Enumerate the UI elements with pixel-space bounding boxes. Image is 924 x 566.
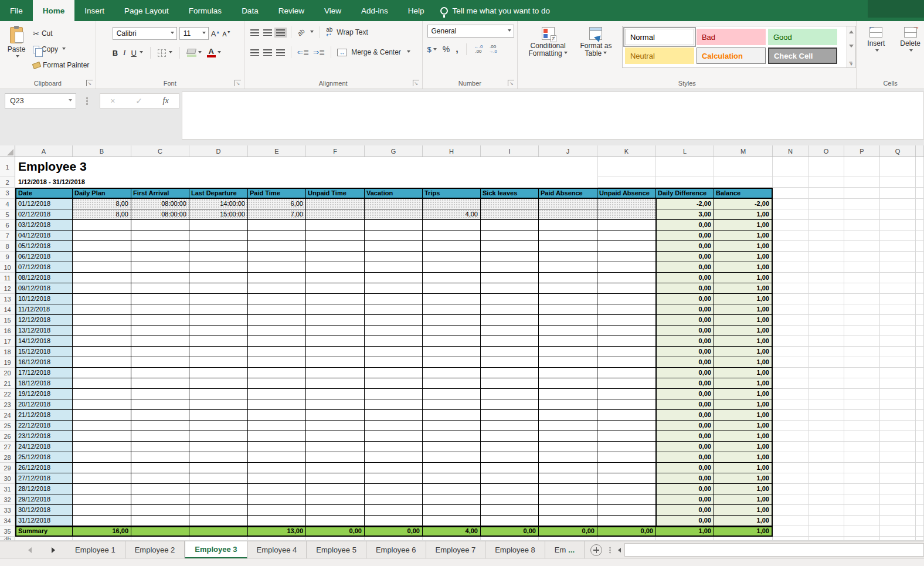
cell-N19[interactable] bbox=[773, 357, 808, 368]
menu-tab-page-layout[interactable]: Page Layout bbox=[114, 0, 179, 21]
style-bad[interactable]: Bad bbox=[697, 29, 766, 45]
cell-P10[interactable] bbox=[844, 262, 880, 273]
row-header-10[interactable]: 10 bbox=[0, 262, 15, 273]
cell-Q21[interactable] bbox=[880, 378, 916, 389]
cell-C19[interactable] bbox=[131, 357, 189, 368]
cell-G20[interactable] bbox=[365, 368, 423, 378]
sheet-tab-employee-1[interactable]: Employee 1 bbox=[66, 541, 125, 558]
cell-K23[interactable] bbox=[597, 399, 656, 410]
horizontal-scrollbar[interactable] bbox=[624, 543, 924, 557]
cell-K2[interactable] bbox=[597, 177, 656, 188]
cell-H30[interactable] bbox=[423, 473, 481, 484]
cancel-icon[interactable]: × bbox=[110, 96, 115, 106]
cell-P25[interactable] bbox=[844, 421, 880, 431]
cell-L6[interactable]: 0,00 bbox=[656, 220, 714, 231]
cell-Q6[interactable] bbox=[880, 220, 916, 231]
cell-C17[interactable] bbox=[131, 336, 189, 347]
cell-F25[interactable] bbox=[306, 421, 365, 431]
cell-O12[interactable] bbox=[808, 283, 844, 294]
cell-O26[interactable] bbox=[808, 431, 844, 442]
row-header-16[interactable]: 16 bbox=[0, 326, 15, 336]
cell-M4[interactable]: -2,00 bbox=[714, 199, 773, 209]
cell-I7[interactable] bbox=[481, 231, 539, 241]
cell-N16[interactable] bbox=[773, 326, 808, 336]
cell-Q18[interactable] bbox=[880, 347, 916, 357]
cell-E24[interactable] bbox=[248, 410, 306, 421]
cell-N2[interactable] bbox=[773, 177, 808, 188]
cell-G5[interactable] bbox=[365, 209, 423, 220]
cell-J16[interactable] bbox=[539, 326, 597, 336]
cell-R22[interactable] bbox=[916, 389, 924, 399]
cell-N6[interactable] bbox=[773, 220, 808, 231]
col-header-P[interactable]: P bbox=[844, 145, 880, 157]
cell-L31[interactable]: 0,00 bbox=[656, 484, 714, 494]
cell-G32[interactable] bbox=[365, 494, 423, 505]
cell-B17[interactable] bbox=[73, 336, 131, 347]
cell-J27[interactable] bbox=[539, 442, 597, 452]
sheet-tab-employee-4[interactable]: Employee 4 bbox=[247, 541, 307, 558]
menu-tab-help[interactable]: Help bbox=[398, 0, 434, 21]
row-header-31[interactable]: 31 bbox=[0, 484, 15, 494]
cell-L2[interactable] bbox=[656, 177, 714, 188]
cell-K36[interactable] bbox=[597, 537, 656, 541]
cell-J26[interactable] bbox=[539, 431, 597, 442]
cell-I34[interactable] bbox=[481, 516, 539, 526]
cell-J19[interactable] bbox=[539, 357, 597, 368]
cell-N30[interactable] bbox=[773, 473, 808, 484]
cell-Q23[interactable] bbox=[880, 399, 916, 410]
cell-O31[interactable] bbox=[808, 484, 844, 494]
enter-icon[interactable]: ✓ bbox=[135, 96, 142, 106]
cell-A14[interactable]: 11/12/2018 bbox=[15, 304, 73, 315]
cell-A31[interactable]: 28/12/2018 bbox=[15, 484, 73, 494]
cell-F27[interactable] bbox=[306, 442, 365, 452]
cell-R7[interactable] bbox=[916, 231, 924, 241]
cell-N31[interactable] bbox=[773, 484, 808, 494]
cell-P18[interactable] bbox=[844, 347, 880, 357]
cell-R25[interactable] bbox=[916, 421, 924, 431]
cell-I5[interactable] bbox=[481, 209, 539, 220]
cell-O32[interactable] bbox=[808, 494, 844, 505]
cell-K11[interactable] bbox=[597, 273, 656, 283]
cell-R21[interactable] bbox=[916, 378, 924, 389]
cell-J13[interactable] bbox=[539, 294, 597, 304]
cell-Q12[interactable] bbox=[880, 283, 916, 294]
cell-L36[interactable] bbox=[656, 537, 714, 541]
cell-C5[interactable]: 08:00:00 bbox=[131, 209, 189, 220]
cell-Q25[interactable] bbox=[880, 421, 916, 431]
cell-B14[interactable] bbox=[73, 304, 131, 315]
cell-L3[interactable]: Daily Difference bbox=[656, 188, 714, 199]
cell-J14[interactable] bbox=[539, 304, 597, 315]
row-header-4[interactable]: 4 bbox=[0, 199, 15, 209]
cell-L12[interactable]: 0,00 bbox=[656, 283, 714, 294]
cell-K15[interactable] bbox=[597, 315, 656, 326]
cell-R27[interactable] bbox=[916, 442, 924, 452]
cell-K35[interactable]: 0,00 bbox=[597, 526, 656, 537]
cell-L4[interactable]: -2,00 bbox=[656, 199, 714, 209]
cell-F9[interactable] bbox=[306, 252, 365, 262]
cell-N7[interactable] bbox=[773, 231, 808, 241]
cell-O17[interactable] bbox=[808, 336, 844, 347]
cell-A11[interactable]: 08/12/2018 bbox=[15, 273, 73, 283]
cell-M11[interactable]: 1,00 bbox=[714, 273, 773, 283]
cell-F14[interactable] bbox=[306, 304, 365, 315]
cell-A24[interactable]: 21/12/2018 bbox=[15, 410, 73, 421]
underline-button[interactable]: U bbox=[131, 49, 136, 57]
menu-tab-data[interactable]: Data bbox=[232, 0, 269, 21]
cell-K8[interactable] bbox=[597, 241, 656, 252]
cell-D2[interactable] bbox=[189, 177, 248, 188]
cell-A34[interactable]: 31/12/2018 bbox=[15, 516, 73, 526]
cell-I27[interactable] bbox=[481, 442, 539, 452]
cell-Q11[interactable] bbox=[880, 273, 916, 283]
cell-H15[interactable] bbox=[423, 315, 481, 326]
cell-E11[interactable] bbox=[248, 273, 306, 283]
row-header-12[interactable]: 12 bbox=[0, 283, 15, 294]
row-header-29[interactable]: 29 bbox=[0, 463, 15, 473]
alignment-dialog-launcher[interactable]: ↘ bbox=[413, 80, 419, 86]
cell-P32[interactable] bbox=[844, 494, 880, 505]
cell-H20[interactable] bbox=[423, 368, 481, 378]
cell-L33[interactable]: 0,00 bbox=[656, 505, 714, 516]
cell-C14[interactable] bbox=[131, 304, 189, 315]
cell-G7[interactable] bbox=[365, 231, 423, 241]
cell-M18[interactable]: 1,00 bbox=[714, 347, 773, 357]
cell-B30[interactable] bbox=[73, 473, 131, 484]
